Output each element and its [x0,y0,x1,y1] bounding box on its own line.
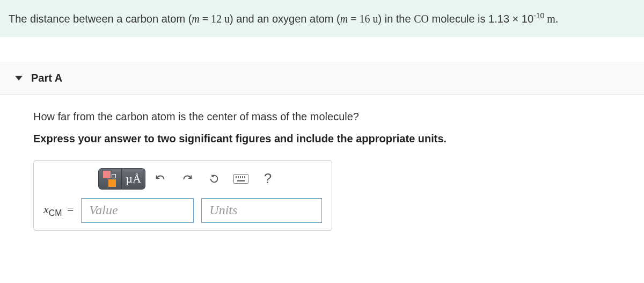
answer-lhs: xCM = [43,202,74,218]
subscript-cm: CM [49,208,62,217]
units-placeholder: Units [209,203,237,217]
keyboard-icon [233,174,248,184]
mu-angstrom-icon: µÅ [126,172,141,186]
value-input[interactable]: Value [81,198,194,223]
equals-sign: = [65,202,74,216]
m1-value: = 12 u [200,13,230,25]
toolbar: µÅ ? [98,168,322,190]
units-input[interactable]: Units [201,198,322,223]
var-m2: m [340,13,348,25]
fraction-template-icon [103,171,117,187]
part-header[interactable]: Part A [0,62,644,95]
redo-icon [181,173,193,185]
reset-button[interactable] [202,168,226,190]
help-icon: ? [264,170,272,187]
molecule-name: CO [414,13,429,25]
exponent: -10 [533,11,544,20]
tool-group: µÅ [98,168,145,190]
keyboard-button[interactable] [229,168,253,190]
undo-button[interactable] [149,168,172,190]
instruction-text: Express your answer to two significant f… [33,133,611,145]
unit-m: m. [544,13,558,25]
m2-value: = 16 u [348,13,378,25]
part-body: How far from the carbon atom is the cent… [0,95,644,247]
text: molecule is 1.13 × 10 [429,13,533,25]
text: ) and an oxygen atom ( [230,13,340,25]
question-text: How far from the carbon atom is the cent… [33,111,611,123]
reset-icon [208,173,220,185]
answer-box: µÅ ? xCM = Va [33,160,332,231]
part-title: Part A [31,72,62,84]
value-placeholder: Value [89,203,118,217]
help-button[interactable]: ? [256,168,280,190]
text: ) in the [378,13,414,25]
redo-button[interactable] [175,168,199,190]
problem-statement: The distance between a carbon atom (m = … [0,0,644,37]
special-chars-button[interactable]: µÅ [122,168,145,190]
var-m1: m [192,13,199,25]
var-x: x [43,202,49,216]
chevron-down-icon [15,76,23,81]
input-row: xCM = Value Units [43,198,322,223]
text: The distance between a carbon atom ( [9,13,192,25]
template-button[interactable] [98,168,122,190]
undo-icon [155,173,166,185]
